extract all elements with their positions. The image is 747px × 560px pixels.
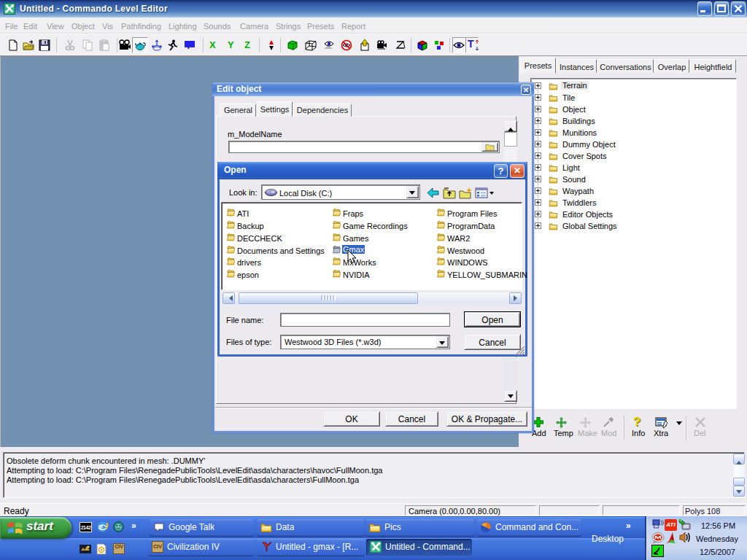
svg-text:e: e bbox=[99, 523, 103, 531]
